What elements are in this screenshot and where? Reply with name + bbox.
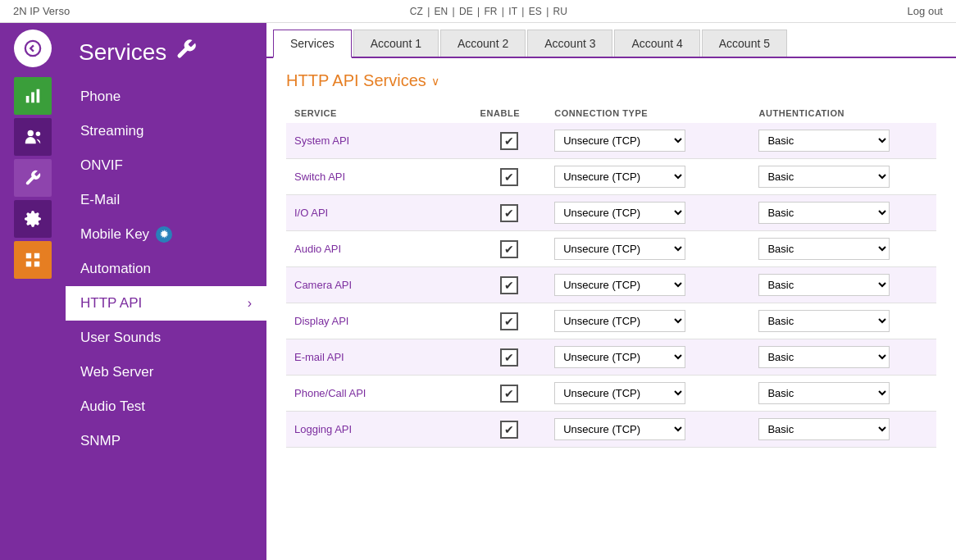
tab-account4[interactable]: Account 4 [614,30,699,57]
nav-item-audio-test[interactable]: Audio Test [66,389,266,424]
tab-bar: Services Account 1 Account 2 Account 3 A… [266,23,956,58]
enable-checkbox[interactable] [500,348,518,367]
auth-cell[interactable]: BasicDigestNone [750,339,936,376]
content-area: Services Account 1 Account 2 Account 3 A… [266,23,956,560]
enable-cell[interactable] [472,231,547,267]
auth-cell[interactable]: BasicDigestNone [750,123,936,159]
nav-item-http-api[interactable]: HTTP API › [66,286,266,321]
grid-icon-btn[interactable] [14,241,52,279]
enable-checkbox[interactable] [500,276,518,294]
sidebar-title-text: Services [79,39,166,66]
enable-checkbox[interactable] [500,132,518,150]
svg-rect-8 [34,253,39,258]
connection-select[interactable]: Unsecure (TCP)Secure (TLS) [554,382,685,404]
service-name-cell: Logging API [286,412,472,448]
connection-select[interactable]: Unsecure (TCP)Secure (TLS) [554,310,685,332]
connection-select[interactable]: Unsecure (TCP)Secure (TLS) [554,166,685,188]
nav-item-email[interactable]: E-Mail [66,183,266,217]
auth-select[interactable]: BasicDigestNone [758,202,890,224]
auth-select[interactable]: BasicDigestNone [758,382,890,404]
connection-select[interactable]: Unsecure (TCP)Secure (TLS) [554,346,685,368]
connection-select[interactable]: Unsecure (TCP)Secure (TLS) [554,130,685,152]
users-icon-btn[interactable] [14,118,52,156]
auth-select[interactable]: BasicDigestNone [758,238,890,260]
bar-chart-icon-btn[interactable] [14,77,52,115]
auth-select[interactable]: BasicDigestNone [758,274,890,296]
gear-icon-btn[interactable] [14,200,52,238]
auth-cell[interactable]: BasicDigestNone [750,376,936,412]
lang-de[interactable]: DE [459,6,473,17]
enable-cell[interactable] [472,267,547,303]
svg-rect-2 [31,92,34,102]
lang-en[interactable]: EN [435,6,448,17]
auth-cell[interactable]: BasicDigestNone [750,303,936,339]
connection-select[interactable]: Unsecure (TCP)Secure (TLS) [554,418,685,440]
nav-item-onvif[interactable]: ONVIF [66,148,266,183]
enable-cell[interactable] [472,195,547,231]
auth-select[interactable]: BasicDigestNone [758,418,890,440]
enable-checkbox[interactable] [500,204,518,222]
nav-item-automation[interactable]: Automation [66,252,266,286]
wrench-icon-btn[interactable] [14,159,52,197]
enable-cell[interactable] [472,159,547,195]
tab-account5[interactable]: Account 5 [702,30,787,57]
enable-cell[interactable] [472,123,547,159]
enable-cell[interactable] [472,303,547,339]
lang-ru[interactable]: RU [553,6,567,17]
enable-checkbox[interactable] [500,385,518,403]
auth-select[interactable]: BasicDigestNone [758,310,890,332]
nav-item-user-sounds[interactable]: User Sounds [66,321,266,355]
service-name-cell: I/O API [286,195,472,231]
connection-cell[interactable]: Unsecure (TCP)Secure (TLS) [546,159,750,195]
connection-cell[interactable]: Unsecure (TCP)Secure (TLS) [546,231,750,267]
nav-item-mobilekey[interactable]: Mobile Key ✹ [66,217,266,252]
nav-item-snmp[interactable]: SNMP [66,424,266,458]
enable-cell[interactable] [472,412,547,448]
section-title[interactable]: HTTP API Services ∨ [286,71,936,90]
connection-cell[interactable]: Unsecure (TCP)Secure (TLS) [546,267,750,303]
lang-cz[interactable]: CZ [410,6,423,17]
auth-cell[interactable]: BasicDigestNone [750,195,936,231]
svg-point-0 [25,41,40,56]
auth-cell[interactable]: BasicDigestNone [750,231,936,267]
connection-select[interactable]: Unsecure (TCP)Secure (TLS) [554,202,685,224]
auth-cell[interactable]: BasicDigestNone [750,267,936,303]
tab-account1[interactable]: Account 1 [353,30,439,57]
tab-services[interactable]: Services [273,30,352,58]
lang-fr[interactable]: FR [485,6,498,17]
enable-checkbox[interactable] [500,421,518,439]
connection-cell[interactable]: Unsecure (TCP)Secure (TLS) [546,123,750,159]
auth-select[interactable]: BasicDigestNone [758,166,890,188]
enable-cell[interactable] [472,339,547,376]
nav-item-phone[interactable]: Phone [66,80,266,114]
lang-it[interactable]: IT [508,6,517,17]
service-name-cell: Camera API [286,267,472,303]
bluetooth-icon: ✹ [156,226,172,243]
auth-select[interactable]: BasicDigestNone [758,346,890,368]
table-row: E-mail APIUnsecure (TCP)Secure (TLS)Basi… [286,339,936,376]
api-table: SERVICE ENABLE CONNECTION TYPE AUTHENTIC… [286,103,936,448]
nav-item-web-server[interactable]: Web Server [66,355,266,389]
connection-cell[interactable]: Unsecure (TCP)Secure (TLS) [546,195,750,231]
connection-select[interactable]: Unsecure (TCP)Secure (TLS) [554,274,685,296]
tab-account3[interactable]: Account 3 [527,30,612,57]
connection-cell[interactable]: Unsecure (TCP)Secure (TLS) [546,303,750,339]
auth-cell[interactable]: BasicDigestNone [750,412,936,448]
enable-checkbox[interactable] [500,312,518,330]
connection-cell[interactable]: Unsecure (TCP)Secure (TLS) [546,376,750,412]
service-name-cell: System API [286,123,472,159]
connection-select[interactable]: Unsecure (TCP)Secure (TLS) [554,238,685,260]
tab-account2[interactable]: Account 2 [440,30,526,57]
connection-cell[interactable]: Unsecure (TCP)Secure (TLS) [546,412,750,448]
enable-checkbox[interactable] [500,240,518,258]
nav-item-streaming[interactable]: Streaming [66,114,266,148]
logout-button[interactable]: Log out [908,5,943,17]
auth-cell[interactable]: BasicDigestNone [750,159,936,195]
language-bar: CZ | EN | DE | FR | IT | ES | RU [408,6,569,17]
enable-cell[interactable] [472,376,547,412]
enable-checkbox[interactable] [500,168,518,186]
connection-cell[interactable]: Unsecure (TCP)Secure (TLS) [546,339,750,376]
lang-es[interactable]: ES [529,6,542,17]
back-button[interactable] [14,30,52,67]
auth-select[interactable]: BasicDigestNone [758,130,890,152]
